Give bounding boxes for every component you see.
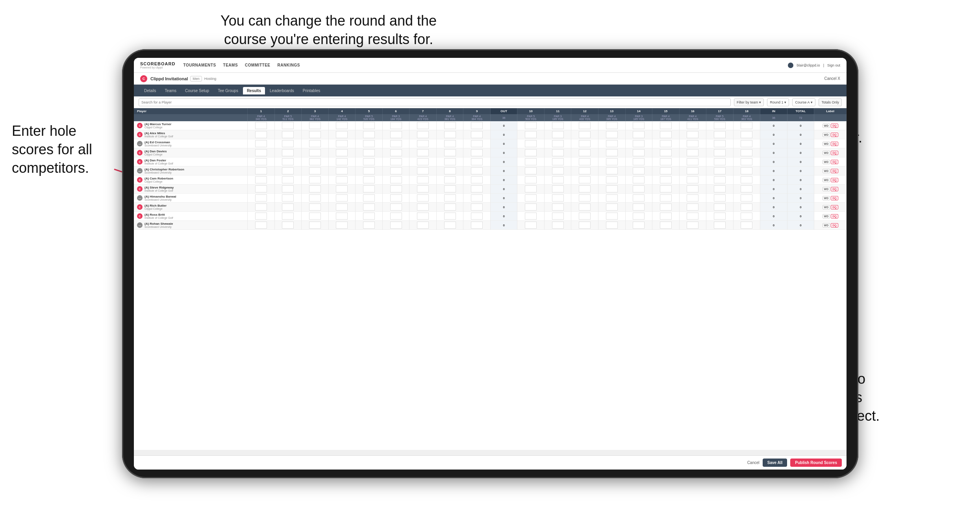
hole-4-input[interactable] [328,221,356,230]
hole-10-input[interactable] [517,121,545,130]
hole-6-input[interactable] [382,212,409,221]
hole-11-input[interactable] [544,221,571,230]
hole-6-input[interactable] [382,166,409,176]
nav-committee[interactable]: COMMITTEE [245,63,270,67]
hole-7-input[interactable] [409,185,437,194]
hole-8-input[interactable] [436,166,463,176]
hole-12-input[interactable] [571,157,598,166]
hole-6-input[interactable] [382,130,409,139]
hole-10-input[interactable] [517,166,545,176]
hole-3-input[interactable] [302,166,329,176]
hole-15-input[interactable] [652,185,680,194]
hole-11-input[interactable] [544,121,571,130]
hole-10-input[interactable] [517,185,545,194]
hole-17-input[interactable] [706,203,734,212]
hole-18-input[interactable] [733,203,760,212]
hole-18-input[interactable] [733,221,760,230]
hole-1-input[interactable] [248,148,275,157]
hole-9-input[interactable] [463,157,491,166]
hole-13-input[interactable] [598,221,626,230]
hole-16-input[interactable] [679,139,706,148]
hole-16-input[interactable] [679,185,706,194]
hole-9-input[interactable] [463,203,491,212]
hole-17-input[interactable] [706,194,734,203]
hole-6-input[interactable] [382,221,409,230]
wd-button[interactable]: WD [823,160,830,164]
hole-3-input[interactable] [302,194,329,203]
hole-15-input[interactable] [652,212,680,221]
hole-5-input[interactable] [356,212,383,221]
hole-15-input[interactable] [652,121,680,130]
hole-2-input[interactable] [274,194,302,203]
hole-9-input[interactable] [463,212,491,221]
hole-13-input[interactable] [598,130,626,139]
hole-13-input[interactable] [598,139,626,148]
dq-button[interactable]: DQ [831,196,838,200]
hole-9-input[interactable] [463,130,491,139]
dq-button[interactable]: DQ [831,223,838,227]
hole-12-input[interactable] [571,148,598,157]
hole-14-input[interactable] [625,148,652,157]
hole-14-input[interactable] [625,157,652,166]
hole-17-input[interactable] [706,157,734,166]
hole-11-input[interactable] [544,194,571,203]
hole-13-input[interactable] [598,203,626,212]
filter-team-button[interactable]: Filter by team ▾ [734,98,764,106]
hole-1-input[interactable] [248,194,275,203]
tab-tee-groups[interactable]: Tee Groups [214,87,242,94]
hole-2-input[interactable] [274,121,302,130]
totals-only-button[interactable]: Totals Only [819,98,842,106]
hole-10-input[interactable] [517,194,545,203]
hole-10-input[interactable] [517,203,545,212]
search-input[interactable] [139,98,731,106]
hole-5-input[interactable] [356,148,383,157]
hole-16-input[interactable] [679,203,706,212]
hole-11-input[interactable] [544,157,571,166]
hole-2-input[interactable] [274,166,302,176]
hole-6-input[interactable] [382,148,409,157]
hole-7-input[interactable] [409,203,437,212]
hole-12-input[interactable] [571,130,598,139]
hole-7-input[interactable] [409,212,437,221]
hole-14-input[interactable] [625,203,652,212]
hole-1-input[interactable] [248,212,275,221]
hole-17-input[interactable] [706,121,734,130]
hole-5-input[interactable] [356,130,383,139]
sign-out-link[interactable]: Sign out [827,63,840,67]
hole-7-input[interactable] [409,130,437,139]
hole-5-input[interactable] [356,121,383,130]
hole-15-input[interactable] [652,194,680,203]
hole-11-input[interactable] [544,148,571,157]
hole-10-input[interactable] [517,176,545,185]
hole-14-input[interactable] [625,194,652,203]
hole-14-input[interactable] [625,212,652,221]
hole-9-input[interactable] [463,194,491,203]
hole-12-input[interactable] [571,166,598,176]
hole-17-input[interactable] [706,212,734,221]
hole-5-input[interactable] [356,194,383,203]
hole-2-input[interactable] [274,176,302,185]
hole-1-input[interactable] [248,176,275,185]
hole-5-input[interactable] [356,139,383,148]
hole-6-input[interactable] [382,176,409,185]
hole-8-input[interactable] [436,221,463,230]
hole-16-input[interactable] [679,194,706,203]
hole-2-input[interactable] [274,203,302,212]
hole-13-input[interactable] [598,176,626,185]
hole-4-input[interactable] [328,203,356,212]
hole-13-input[interactable] [598,212,626,221]
tab-teams[interactable]: Teams [161,87,180,94]
tab-leaderboards[interactable]: Leaderboards [266,87,298,94]
hole-4-input[interactable] [328,139,356,148]
hole-11-input[interactable] [544,130,571,139]
hole-5-input[interactable] [356,157,383,166]
hole-16-input[interactable] [679,121,706,130]
hole-1-input[interactable] [248,121,275,130]
hole-13-input[interactable] [598,185,626,194]
hole-18-input[interactable] [733,130,760,139]
publish-button[interactable]: Publish Round Scores [790,459,842,467]
hole-15-input[interactable] [652,203,680,212]
hole-9-input[interactable] [463,166,491,176]
hole-18-input[interactable] [733,139,760,148]
hole-9-input[interactable] [463,221,491,230]
